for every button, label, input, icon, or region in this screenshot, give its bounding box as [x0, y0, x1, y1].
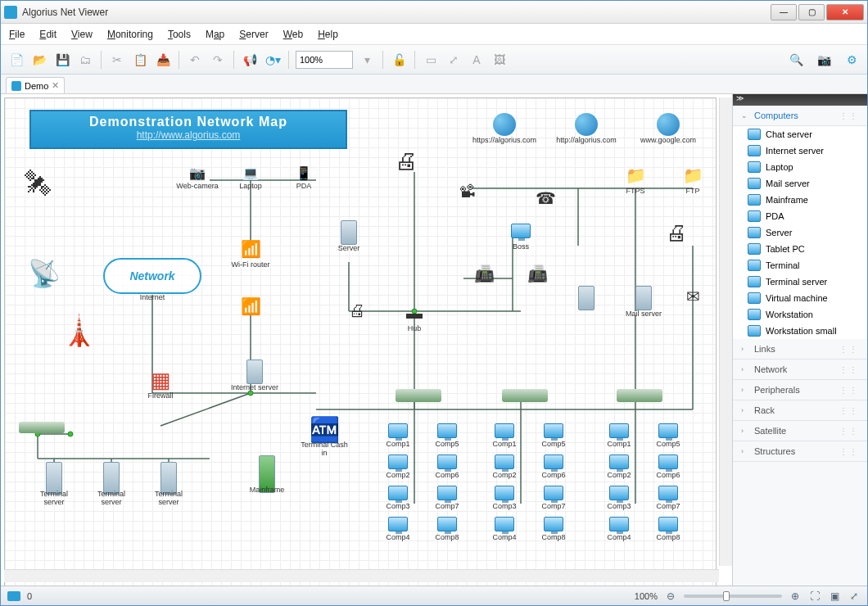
sidebar-category-peripherals[interactable]: ›Peripherals⋮⋮ — [733, 380, 867, 400]
copy-icon[interactable]: 📋 — [131, 51, 149, 69]
node-ftps[interactable]: 📁FTPS — [611, 164, 660, 196]
fit-screen-icon[interactable]: ▣ — [828, 590, 841, 603]
node-mainframe[interactable]: Mainframe — [242, 463, 292, 495]
drag-handle-icon[interactable]: ⋮⋮ — [839, 447, 859, 456]
sidebar-item[interactable]: Workstation — [733, 306, 867, 323]
node-comp[interactable]: Comp1 — [480, 422, 529, 449]
zoom-in-button[interactable]: ⊕ — [789, 590, 802, 603]
zoom-out-button[interactable]: ⊖ — [664, 590, 677, 603]
sidebar-category-structures[interactable]: ›Structures⋮⋮ — [733, 441, 867, 462]
node-wifi[interactable]: 📶Wi-Fi router — [226, 237, 275, 269]
node-comp[interactable]: Comp7 — [644, 484, 693, 511]
node-terminal-cashin[interactable]: 🏧Terminal Cash in — [300, 418, 349, 458]
sidebar-item[interactable]: Terminal server — [733, 274, 867, 290]
network-map-canvas[interactable]: Demonstration Network Map http://www.alg… — [4, 97, 717, 586]
search-icon[interactable]: 🔍 — [787, 51, 805, 69]
undo-icon[interactable]: ↶ — [186, 51, 204, 69]
menu-monitoring[interactable]: Monitoring — [107, 29, 153, 40]
node-url-google[interactable]: www.google.com — [644, 113, 693, 145]
maximize-button[interactable]: ▢ — [798, 4, 825, 20]
chart-icon[interactable]: ◔▾ — [264, 51, 282, 69]
zoom-dropdown-icon[interactable]: ▾ — [358, 51, 376, 69]
node-tower[interactable]: 🗼 — [54, 319, 103, 342]
save-icon[interactable]: 💾 — [53, 51, 71, 69]
menu-web[interactable]: Web — [283, 29, 303, 40]
save-all-icon[interactable]: 🗂 — [76, 51, 94, 69]
node-scanner[interactable]: 📠 — [513, 262, 562, 285]
node-comp[interactable]: Comp3 — [373, 484, 423, 511]
node-webcam[interactable]: 📷Web-camera — [173, 164, 222, 191]
text-icon[interactable]: A — [468, 51, 486, 69]
node-projector[interactable]: 📽 — [443, 180, 492, 203]
node-comp[interactable]: Comp8 — [423, 515, 472, 542]
node-terminal-server-1[interactable]: Terminal server — [29, 467, 79, 507]
node-comp[interactable]: Comp5 — [644, 422, 693, 449]
side-panel-handle[interactable]: ≫ — [733, 94, 867, 106]
fit-width-icon[interactable]: ⛶ — [808, 590, 821, 603]
node-comp[interactable]: Comp1 — [594, 422, 644, 449]
settings-icon[interactable]: ⚙ — [843, 51, 861, 69]
node-terminal-server-2[interactable]: Terminal server — [87, 467, 136, 507]
node-router[interactable]: 📶 — [226, 295, 275, 318]
sidebar-item[interactable]: PDA — [733, 208, 867, 224]
tab-demo[interactable]: Demo ✕ — [6, 77, 65, 93]
node-hub[interactable]: ▬Hub — [390, 301, 439, 333]
sidebar-item[interactable]: Chat server — [733, 126, 867, 142]
zoom-combo[interactable] — [296, 51, 353, 69]
node-laptop[interactable]: 💻Laptop — [226, 164, 275, 191]
node-comp[interactable]: Comp5 — [423, 422, 472, 449]
cut-icon[interactable]: ✂ — [108, 51, 126, 69]
select-icon[interactable]: ▭ — [422, 51, 440, 69]
banner-link[interactable]: http://www.algorius.com — [137, 129, 241, 141]
node-comp[interactable]: Comp4 — [594, 515, 644, 542]
open-icon[interactable]: 📂 — [30, 51, 48, 69]
node-dish[interactable]: 📡 — [20, 262, 69, 285]
lock-icon[interactable]: 🔓 — [390, 51, 408, 69]
drag-handle-icon[interactable]: ⋮⋮ — [839, 111, 859, 120]
link-icon[interactable]: ⤢ — [445, 51, 463, 69]
node-comp[interactable]: Comp2 — [373, 453, 423, 480]
network-cloud[interactable]: Network — [103, 258, 201, 294]
paste-icon[interactable]: 📥 — [154, 51, 172, 69]
drag-handle-icon[interactable]: ⋮⋮ — [839, 427, 859, 436]
node-boss[interactable]: Boss — [496, 219, 545, 251]
node-switch-2[interactable] — [496, 389, 554, 402]
node-switch-3[interactable] — [611, 389, 668, 402]
tab-close-icon[interactable]: ✕ — [52, 80, 59, 91]
sidebar-category-computers[interactable]: ⌄Computers⋮⋮ — [733, 106, 867, 126]
node-printer2[interactable]: 🖨 — [332, 299, 382, 322]
node-edge-switch[interactable] — [13, 422, 70, 433]
node-url-https[interactable]: https://algorius.com — [480, 113, 529, 145]
camera-icon[interactable]: 📷 — [815, 51, 833, 69]
sidebar-category-network[interactable]: ›Network⋮⋮ — [733, 360, 867, 380]
sidebar-item[interactable]: Internet server — [733, 142, 867, 159]
node-comp[interactable]: Comp6 — [529, 453, 578, 480]
horizontal-scrollbar[interactable] — [4, 569, 719, 582]
node-satellite[interactable]: 🛰 — [13, 172, 62, 195]
sidebar-item[interactable]: Terminal — [733, 257, 867, 274]
menu-file[interactable]: File — [9, 29, 25, 40]
menu-tools[interactable]: Tools — [168, 29, 191, 40]
drag-handle-icon[interactable]: ⋮⋮ — [839, 345, 859, 354]
image-icon[interactable]: 🖼 — [491, 51, 509, 69]
menu-view[interactable]: View — [71, 29, 93, 40]
node-phone[interactable]: ☎ — [521, 187, 570, 210]
node-comp[interactable]: Comp8 — [644, 515, 693, 542]
sidebar-category-satellite[interactable]: ›Satellite⋮⋮ — [733, 421, 867, 441]
node-comp[interactable]: Comp7 — [423, 484, 472, 511]
node-ftp[interactable]: 📁FTP — [668, 164, 717, 196]
fullscreen-icon[interactable]: ⤢ — [848, 590, 861, 603]
zoom-slider[interactable] — [684, 595, 782, 598]
node-comp[interactable]: Comp8 — [529, 515, 578, 542]
node-server[interactable]: Server — [324, 221, 373, 253]
minimize-button[interactable]: — — [771, 4, 797, 20]
node-mail-icon[interactable]: ✉ — [668, 285, 717, 308]
node-pda[interactable]: 📱PDA — [279, 164, 328, 191]
menu-map[interactable]: Map — [206, 29, 224, 40]
menu-help[interactable]: Help — [318, 29, 338, 40]
sidebar-category-links[interactable]: ›Links⋮⋮ — [733, 339, 867, 360]
sidebar-item[interactable]: Workstation small — [733, 323, 867, 339]
node-comp[interactable]: Comp5 — [529, 422, 578, 449]
node-terminal-server-3[interactable]: Terminal server — [144, 467, 193, 507]
sidebar-category-rack[interactable]: ›Rack⋮⋮ — [733, 400, 867, 421]
